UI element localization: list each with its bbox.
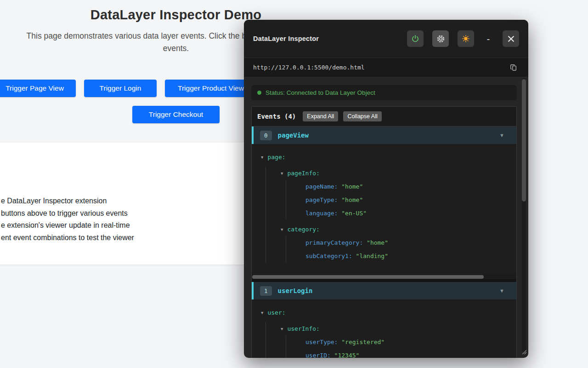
tree-node-key: category: xyxy=(287,226,319,233)
tree-leaf-key: subCategory1: xyxy=(305,253,352,259)
tree-leaf-row: userType: "registered" xyxy=(286,335,514,349)
instruction-line: buttons above to trigger various events xyxy=(1,207,134,220)
gear-icon xyxy=(436,34,445,43)
event-header[interactable]: 1userLogin▼ xyxy=(252,282,516,299)
tree-leaf-value: "home" xyxy=(338,183,363,190)
event-name: pageView xyxy=(278,132,309,139)
instruction-line: e DataLayer Inspector extension xyxy=(1,195,134,207)
close-button[interactable] xyxy=(503,30,519,47)
tree-children-group: primaryCategory: "home"subCategory1: "la… xyxy=(286,236,514,263)
tree-node-row[interactable]: ▼pageInfo: xyxy=(266,167,514,180)
horizontal-scrollbar-thumb[interactable] xyxy=(252,275,484,279)
panel-title: DataLayer Inspector xyxy=(253,35,319,42)
collapse-all-button[interactable]: Collapse All xyxy=(343,111,381,121)
event-index-badge: 1 xyxy=(260,286,272,296)
tree-leaf-key: pageType: xyxy=(305,196,338,203)
tree-node-row[interactable]: ▼user: xyxy=(261,306,514,319)
connection-status: Status: Connected to Data Layer Object xyxy=(251,85,517,100)
settings-button[interactable] xyxy=(432,30,449,47)
panel-header: DataLayer Inspector xyxy=(244,20,528,58)
collapse-triangle-icon[interactable]: ▼ xyxy=(261,155,263,160)
tree-node-row[interactable]: ▼userInfo: xyxy=(266,322,514,335)
minimize-button[interactable]: - xyxy=(483,30,494,47)
tree-node-key: page: xyxy=(267,154,285,161)
event-header[interactable]: 0pageView▼ xyxy=(252,126,516,144)
sun-icon xyxy=(462,34,470,43)
tree-leaf-key: userType: xyxy=(305,339,338,345)
events-panel-header: Events (4) Expand All Collapse All xyxy=(252,107,516,126)
tree-leaf-row: userID: "12345" xyxy=(286,349,514,358)
tree-children-group: ▼pageInfo:pageName: "home"pageType: "hom… xyxy=(266,167,514,263)
tree-leaf-value: "registered" xyxy=(338,339,384,345)
tree-leaf-row: primaryCategory: "home" xyxy=(286,236,514,249)
trigger-product-view-button[interactable]: Trigger Product View xyxy=(165,80,257,97)
power-toggle-button[interactable] xyxy=(407,30,424,47)
event-name: userLogin xyxy=(278,287,313,294)
copy-url-button[interactable] xyxy=(510,64,517,71)
trigger-login-button[interactable]: Trigger Login xyxy=(84,80,157,97)
tree-leaf-row: language: "en-US" xyxy=(286,207,514,220)
instructions-list: e DataLayer Inspector extensionbuttons a… xyxy=(1,195,134,244)
event-block: 1userLogin▼▼user:▼userInfo:userType: "re… xyxy=(252,282,516,358)
instruction-line: e extension's viewer update in real-time xyxy=(1,219,134,232)
tree-node-key: pageInfo: xyxy=(287,170,319,177)
inspected-url: http://127.0.0.1:5500/demo.html xyxy=(253,64,365,71)
tree-node-row[interactable]: ▼page: xyxy=(261,150,514,164)
tree-leaf-value: "landing" xyxy=(352,253,388,259)
vertical-scrollbar[interactable] xyxy=(522,78,526,352)
event-json-tree: ▼user:▼userInfo:userType: "registered"us… xyxy=(252,299,516,358)
tree-children-group: ▼userInfo:userType: "registered"userID: … xyxy=(266,322,514,358)
resize-grip[interactable] xyxy=(521,348,527,356)
vertical-scrollbar-thumb[interactable] xyxy=(522,79,526,201)
status-text: Status: Connected to Data Layer Object xyxy=(266,89,375,96)
theme-toggle-button[interactable] xyxy=(458,30,474,47)
event-index-badge: 0 xyxy=(260,131,272,140)
copy-icon xyxy=(510,64,517,71)
tree-leaf-value: "home" xyxy=(363,239,388,246)
horizontal-scrollbar[interactable] xyxy=(252,275,516,279)
event-block: 0pageView▼▼page:▼pageInfo:pageName: "hom… xyxy=(252,126,516,279)
tree-children-group: userType: "registered"userID: "12345" xyxy=(286,335,514,358)
status-dot-icon xyxy=(257,91,261,95)
tree-leaf-key: userID: xyxy=(305,352,331,358)
url-bar: http://127.0.0.1:5500/demo.html xyxy=(244,58,528,77)
tree-leaf-value: "en-US" xyxy=(338,210,367,217)
collapse-triangle-icon[interactable]: ▼ xyxy=(281,327,283,331)
collapse-triangle-icon[interactable]: ▼ xyxy=(281,227,283,232)
events-panel: Events (4) Expand All Collapse All 0page… xyxy=(251,106,517,358)
collapse-triangle-icon[interactable]: ▼ xyxy=(281,171,283,176)
trigger-page-view-button[interactable]: Trigger Page View xyxy=(0,80,76,97)
power-icon xyxy=(411,34,419,43)
panel-header-controls: - xyxy=(407,30,519,47)
trigger-buttons-row: Trigger Page View Trigger Login Trigger … xyxy=(0,80,257,97)
tree-node-row[interactable]: ▼category: xyxy=(266,223,514,236)
events-count-title: Events (4) xyxy=(257,113,296,120)
chevron-down-icon[interactable]: ▼ xyxy=(499,288,504,293)
collapse-triangle-icon[interactable]: ▼ xyxy=(261,310,263,315)
close-icon xyxy=(508,35,514,42)
events-list: 0pageView▼▼page:▼pageInfo:pageName: "hom… xyxy=(252,126,516,358)
tree-leaf-key: language: xyxy=(305,210,338,217)
tree-leaf-value: "12345" xyxy=(331,352,360,358)
tree-leaf-value: "home" xyxy=(338,196,363,203)
datalayer-inspector-panel: DataLayer Inspector xyxy=(244,20,528,358)
expand-all-button[interactable]: Expand All xyxy=(303,111,338,121)
tree-leaf-row: pageType: "home" xyxy=(286,193,514,207)
tree-leaf-row: pageName: "home" xyxy=(286,180,514,193)
chevron-down-icon[interactable]: ▼ xyxy=(499,132,504,138)
tree-node-key: userInfo: xyxy=(287,325,319,332)
event-json-tree: ▼page:▼pageInfo:pageName: "home"pageType… xyxy=(252,144,516,275)
tree-leaf-row: subCategory1: "landing" xyxy=(286,249,514,263)
instruction-line: ent event combinations to test the viewe… xyxy=(1,232,134,244)
tree-leaf-key: primaryCategory: xyxy=(305,239,363,246)
tree-node-key: user: xyxy=(267,309,285,316)
tree-children-group: pageName: "home"pageType: "home"language… xyxy=(286,180,514,220)
trigger-checkout-button[interactable]: Trigger Checkout xyxy=(132,106,220,123)
tree-leaf-key: pageName: xyxy=(305,183,338,190)
